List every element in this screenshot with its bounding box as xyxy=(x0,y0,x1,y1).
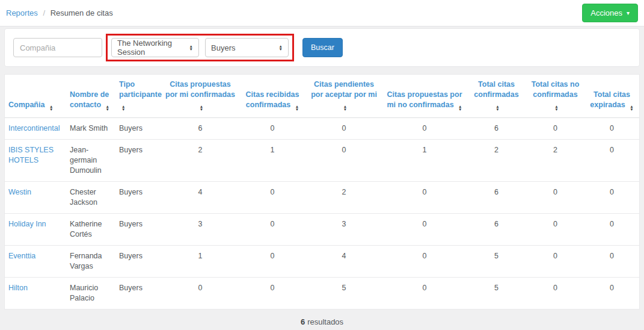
column-header-proposed-by-me-confirmed[interactable]: Citas propuestas por mi confirmadas ▲▼ xyxy=(161,75,239,118)
column-header-proposed-by-me-unconfirmed[interactable]: Citas propuestas por mi no confirmadas ▲… xyxy=(382,75,467,118)
column-header-participant-type[interactable]: Tipo participante ▲▼ xyxy=(115,75,161,118)
cell-pending-accept-by-me: 0 xyxy=(305,140,382,182)
table-row: HiltonMauricio PalacioBuyers0050500 xyxy=(5,278,639,310)
column-header-total-unconfirmed[interactable]: Total citas no confirmadas ▲▼ xyxy=(526,75,584,118)
sort-icon: ▲▼ xyxy=(458,105,462,111)
cell-total-unconfirmed: 0 xyxy=(526,182,584,214)
filter-panel: The Networking Session ▲▼ Buyers ▲▼ Busc… xyxy=(4,28,640,67)
report-table-card: Compañia ▲▼Nombre de contacto ▲▼Tipo par… xyxy=(4,74,640,310)
cell-pending-accept-by-me: 5 xyxy=(305,278,382,310)
cell-total-unconfirmed: 0 xyxy=(526,278,584,310)
cell-company: Intercontinental xyxy=(5,118,66,140)
cell-participant-type: Buyers xyxy=(115,246,161,278)
table-row: EventtiaFernanda VargasBuyers1040500 xyxy=(5,246,639,278)
cell-received-confirmed: 0 xyxy=(239,278,305,310)
column-header-received-confirmed[interactable]: Citas recibidas confirmadas ▲▼ xyxy=(239,75,305,118)
column-header-contact-name[interactable]: Nombre de contacto ▲▼ xyxy=(66,75,115,118)
cell-contact-name: Katherine Cortés xyxy=(66,214,115,246)
cell-proposed-by-me-confirmed: 2 xyxy=(161,140,239,182)
results-count-label: resultados xyxy=(307,317,343,326)
red-highlight-annotation: The Networking Session ▲▼ Buyers ▲▼ xyxy=(106,34,294,61)
column-header-total-confirmed[interactable]: Total citas confirmadas ▲▼ xyxy=(467,75,526,118)
column-header-company[interactable]: Compañia ▲▼ xyxy=(5,75,66,118)
sort-icon: ▲▼ xyxy=(630,105,633,111)
cell-company: Hilton xyxy=(5,278,66,310)
cell-total-unconfirmed: 0 xyxy=(526,214,584,246)
up-down-arrows-icon: ▲▼ xyxy=(279,45,283,51)
cell-total-expired: 0 xyxy=(584,278,639,310)
breadcrumb-link-reportes[interactable]: Reportes xyxy=(6,8,38,17)
table-row: IntercontinentalMark SmithBuyers6000600 xyxy=(5,118,639,140)
column-header-label: Total citas expiradas xyxy=(590,90,630,109)
column-header-total-expired[interactable]: Total citas expiradas ▲▼ xyxy=(584,75,639,118)
results-count: 6resultados xyxy=(0,310,644,330)
cell-total-expired: 0 xyxy=(584,140,639,182)
cell-contact-name: Chester Jackson xyxy=(66,182,115,214)
sort-icon: ▲▼ xyxy=(343,105,347,111)
cell-total-expired: 0 xyxy=(584,214,639,246)
column-header-label: Citas recibidas confirmadas xyxy=(246,90,299,109)
cell-total-confirmed: 6 xyxy=(467,118,526,140)
cell-proposed-by-me-unconfirmed: 0 xyxy=(382,246,467,278)
cell-proposed-by-me-confirmed: 1 xyxy=(161,246,239,278)
cell-proposed-by-me-unconfirmed: 0 xyxy=(382,278,467,310)
sort-icon: ▲▼ xyxy=(495,105,499,111)
company-link[interactable]: Westin xyxy=(8,188,31,196)
caret-down-icon: ▾ xyxy=(627,10,630,16)
results-table: Compañia ▲▼Nombre de contacto ▲▼Tipo par… xyxy=(5,75,639,309)
cell-received-confirmed: 0 xyxy=(239,214,305,246)
sort-icon: ▲▼ xyxy=(121,105,125,111)
company-link[interactable]: Hilton xyxy=(8,284,28,292)
cell-pending-accept-by-me: 2 xyxy=(305,182,382,214)
cell-participant-type: Buyers xyxy=(115,118,161,140)
cell-proposed-by-me-unconfirmed: 0 xyxy=(382,118,467,140)
column-header-label: Citas propuestas por mi confirmadas xyxy=(165,80,235,99)
search-button[interactable]: Buscar xyxy=(302,38,343,57)
sort-icon: ▲▼ xyxy=(200,105,203,111)
cell-total-confirmed: 2 xyxy=(467,140,526,182)
cell-proposed-by-me-unconfirmed: 1 xyxy=(382,140,467,182)
actions-button[interactable]: Acciones ▾ xyxy=(582,4,638,22)
participant-type-select-value: Buyers xyxy=(211,43,235,52)
cell-participant-type: Buyers xyxy=(115,278,161,310)
cell-received-confirmed: 0 xyxy=(239,246,305,278)
cell-pending-accept-by-me: 0 xyxy=(305,118,382,140)
table-row: WestinChester JacksonBuyers4020600 xyxy=(5,182,639,214)
cell-company: Eventtia xyxy=(5,246,66,278)
column-header-pending-accept-by-me[interactable]: Citas pendientes por aceptar por mi ▲▼ xyxy=(305,75,382,118)
cell-contact-name: Mauricio Palacio xyxy=(66,278,115,310)
cell-participant-type: Buyers xyxy=(115,140,161,182)
cell-total-expired: 0 xyxy=(584,182,639,214)
cell-participant-type: Buyers xyxy=(115,182,161,214)
table-body: IntercontinentalMark SmithBuyers6000600I… xyxy=(5,118,639,310)
table-row: IBIS STYLES HOTELSJean-germain DumoulinB… xyxy=(5,140,639,182)
breadcrumb-separator: / xyxy=(43,8,45,17)
cell-contact-name: Jean-germain Dumoulin xyxy=(66,140,115,182)
column-header-label: Citas pendientes por aceptar por mi xyxy=(311,80,377,99)
cell-company: Holiday Inn xyxy=(5,214,66,246)
cell-total-confirmed: 5 xyxy=(467,278,526,310)
cell-total-unconfirmed: 0 xyxy=(526,118,584,140)
column-header-label: Total citas no confirmadas xyxy=(532,80,580,99)
company-filter-input[interactable] xyxy=(13,38,102,57)
company-link[interactable]: Intercontinental xyxy=(8,124,60,132)
company-link[interactable]: Holiday Inn xyxy=(8,220,46,228)
sort-icon: ▲▼ xyxy=(106,105,109,111)
cell-total-confirmed: 5 xyxy=(467,246,526,278)
event-select[interactable]: The Networking Session ▲▼ xyxy=(111,38,199,57)
cell-pending-accept-by-me: 3 xyxy=(305,214,382,246)
cell-contact-name: Mark Smith xyxy=(66,118,115,140)
company-link[interactable]: IBIS STYLES HOTELS xyxy=(8,146,54,164)
cell-company: Westin xyxy=(5,182,66,214)
cell-proposed-by-me-confirmed: 0 xyxy=(161,278,239,310)
cell-company: IBIS STYLES HOTELS xyxy=(5,140,66,182)
sort-icon: ▲▼ xyxy=(554,105,558,111)
cell-total-unconfirmed: 0 xyxy=(526,246,584,278)
company-link[interactable]: Eventtia xyxy=(8,252,35,260)
column-header-label: Tipo participante xyxy=(119,80,162,99)
up-down-arrows-icon: ▲▼ xyxy=(189,45,193,51)
table-row: Holiday InnKatherine CortésBuyers3030600 xyxy=(5,214,639,246)
cell-proposed-by-me-unconfirmed: 0 xyxy=(382,182,467,214)
results-count-number: 6 xyxy=(301,317,305,326)
participant-type-select[interactable]: Buyers ▲▼ xyxy=(205,38,289,57)
